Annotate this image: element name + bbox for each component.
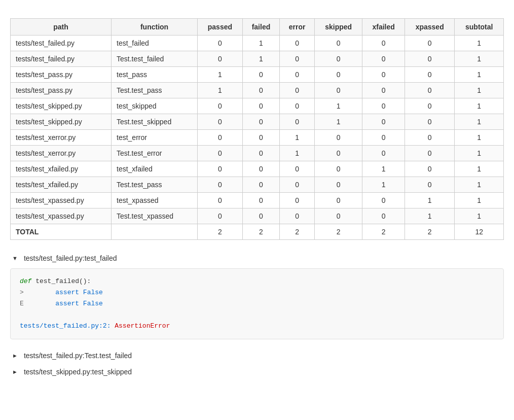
table-cell: 0 [280, 161, 315, 177]
table-cell: tests/test_xerror.py [11, 130, 112, 146]
table-cell: test_failed [112, 36, 198, 51]
table-cell: 0 [242, 208, 280, 224]
table-row: tests/test_xpassed.pyTest.test_xpassed00… [11, 208, 504, 224]
table-cell: 0 [314, 67, 362, 83]
section-wrapper: ▼tests/test_failed.py:test_faileddef tes… [10, 250, 504, 339]
section-label-text: tests/test_failed.py:test_failed [24, 254, 117, 262]
section-wrapper: ►tests/test_skipped.py:test_skipped [10, 364, 504, 380]
table-row: tests/test_xfailed.pyTest.test_pass00001… [11, 177, 504, 193]
table-cell: 0 [198, 98, 243, 114]
table-cell: 0 [280, 177, 315, 193]
section-wrapper: ►tests/test_failed.py:Test.test_failed [10, 347, 504, 364]
table-row: tests/test_pass.pytest_pass1000001 [11, 67, 504, 83]
table-cell: 0 [405, 114, 455, 130]
table-cell: 0 [198, 193, 243, 208]
table-cell: test_error [112, 130, 198, 146]
table-cell: 0 [198, 177, 243, 193]
table-cell: tests/test_pass.py [11, 67, 112, 83]
keyword-assert: assert [55, 289, 79, 296]
table-cell: 0 [242, 130, 280, 146]
col-header-skipped: skipped [314, 19, 362, 36]
table-cell: 0 [280, 208, 315, 224]
table-cell: 1 [455, 67, 504, 83]
col-header-function: function [112, 19, 198, 36]
table-cell [112, 224, 198, 240]
section-header[interactable]: ►tests/test_skipped.py:test_skipped [10, 364, 504, 380]
table-cell: 0 [314, 161, 362, 177]
table-cell: 0 [362, 130, 405, 146]
table-cell: 0 [280, 67, 315, 83]
table-cell: 0 [242, 98, 280, 114]
table-cell: 0 [362, 67, 405, 83]
col-header-error: error [280, 19, 315, 36]
table-row: tests/test_xfailed.pytest_xfailed0000101 [11, 161, 504, 177]
table-cell: 0 [198, 208, 243, 224]
table-cell: 0 [362, 208, 405, 224]
table-cell: 1 [198, 83, 243, 98]
table-cell: 0 [405, 51, 455, 67]
table-row: tests/test_skipped.pyTest.test_skipped00… [11, 114, 504, 130]
table-cell: Test.test_pass [112, 177, 198, 193]
table-cell: tests/test_xfailed.py [11, 177, 112, 193]
table-cell: tests/test_skipped.py [11, 114, 112, 130]
keyword-false: False [83, 289, 103, 296]
table-cell: 0 [242, 67, 280, 83]
table-cell: 0 [362, 146, 405, 161]
table-cell: 0 [405, 98, 455, 114]
section-header[interactable]: ►tests/test_failed.py:Test.test_failed [10, 347, 504, 364]
table-cell: 1 [455, 193, 504, 208]
table-cell: Test.test_xpassed [112, 208, 198, 224]
table-row: tests/test_skipped.pytest_skipped0001001 [11, 98, 504, 114]
table-row: tests/test_xpassed.pytest_xpassed0000011 [11, 193, 504, 208]
table-cell: 1 [405, 208, 455, 224]
table-cell: Test.test_skipped [112, 114, 198, 130]
table-cell: 1 [314, 114, 362, 130]
table-cell: tests/test_xpassed.py [11, 193, 112, 208]
arrow-down-icon: ▼ [12, 255, 18, 261]
table-cell: 1 [455, 146, 504, 161]
table-cell: 0 [242, 146, 280, 161]
table-cell: tests/test_pass.py [11, 83, 112, 98]
table-row: tests/test_pass.pyTest.test_pass1000001 [11, 83, 504, 98]
table-cell: 0 [280, 51, 315, 67]
table-row: tests/test_failed.pytest_failed0100001 [11, 36, 504, 51]
table-cell: 0 [280, 36, 315, 51]
table-cell: tests/test_failed.py [11, 51, 112, 67]
table-cell: tests/test_xfailed.py [11, 161, 112, 177]
table-cell: 1 [280, 130, 315, 146]
section-label-text: tests/test_failed.py:Test.test_failed [24, 352, 132, 360]
table-cell: 0 [198, 114, 243, 130]
error-marker: E [20, 300, 24, 307]
table-cell: 0 [362, 193, 405, 208]
table-cell: 0 [242, 193, 280, 208]
table-cell: 0 [198, 51, 243, 67]
table-cell: 0 [280, 114, 315, 130]
table-cell: 0 [242, 83, 280, 98]
table-cell: 0 [405, 146, 455, 161]
section-label-text: tests/test_skipped.py:test_skipped [24, 368, 132, 376]
table-cell: 1 [314, 98, 362, 114]
table-cell: 0 [314, 51, 362, 67]
table-row: tests/test_xerror.pyTest.test_error00100… [11, 146, 504, 161]
table-cell: 0 [362, 51, 405, 67]
error-type: AssertionError [115, 322, 170, 330]
table-cell: 0 [314, 130, 362, 146]
table-cell: 0 [242, 161, 280, 177]
arrow-right-icon: ► [12, 369, 18, 375]
table-cell: 0 [280, 83, 315, 98]
table-cell: 0 [242, 114, 280, 130]
table-cell: tests/test_skipped.py [11, 98, 112, 114]
table-cell: 0 [314, 177, 362, 193]
table-cell: 0 [362, 36, 405, 51]
table-cell: 1 [455, 83, 504, 98]
table-row: TOTAL22222212 [11, 224, 504, 240]
table-cell: 2 [362, 224, 405, 240]
table-cell: 0 [405, 161, 455, 177]
table-cell: 0 [280, 98, 315, 114]
table-cell: 0 [198, 161, 243, 177]
section-header[interactable]: ▼tests/test_failed.py:test_failed [10, 250, 504, 266]
table-cell: 0 [405, 36, 455, 51]
table-cell: 0 [362, 114, 405, 130]
table-cell: Test.test_failed [112, 51, 198, 67]
col-header-xpassed: xpassed [405, 19, 455, 36]
